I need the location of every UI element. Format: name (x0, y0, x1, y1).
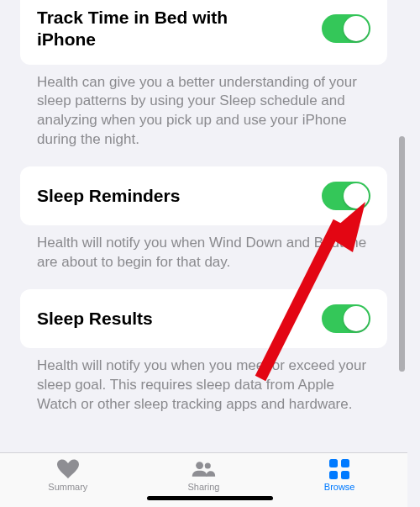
svg-rect-3 (341, 459, 349, 467)
settings-scroll-area[interactable]: Track Time in Bed with iPhone Health can… (0, 0, 407, 452)
svg-point-0 (197, 462, 204, 469)
tab-sharing-label: Sharing (188, 482, 220, 492)
track-time-in-bed-row: Track Time in Bed with iPhone (20, 0, 387, 65)
sleep-results-toggle[interactable] (322, 304, 370, 333)
heart-icon (55, 458, 81, 480)
sleep-results-row: Sleep Results (20, 289, 387, 348)
svg-rect-4 (329, 471, 338, 479)
track-time-title: Track Time in Bed with iPhone (37, 7, 272, 51)
toggle-knob (344, 16, 369, 41)
tab-browse[interactable]: Browse (297, 458, 381, 492)
track-time-description: Health can give you a better understandi… (20, 65, 387, 151)
grid-icon (327, 458, 352, 480)
people-icon (191, 458, 216, 480)
scrollbar[interactable] (399, 2, 405, 447)
svg-rect-5 (341, 471, 349, 479)
scrollbar-thumb[interactable] (399, 136, 405, 372)
tab-browse-label: Browse (324, 482, 355, 492)
sleep-results-description: Health will notify you when you meet or … (20, 348, 387, 415)
toggle-knob (344, 183, 369, 209)
home-indicator[interactable] (147, 496, 273, 500)
sleep-reminders-toggle[interactable] (322, 182, 370, 210)
tab-summary-label: Summary (48, 482, 87, 492)
sleep-results-title: Sleep Results (37, 308, 153, 330)
sleep-reminders-description: Health will notify you when Wind Down an… (20, 225, 387, 272)
sleep-reminders-row: Sleep Reminders (20, 166, 387, 225)
tab-summary[interactable]: Summary (26, 458, 110, 492)
svg-rect-2 (329, 459, 338, 467)
toggle-knob (344, 306, 369, 331)
sleep-reminders-title: Sleep Reminders (37, 185, 180, 207)
svg-point-1 (205, 463, 211, 469)
tab-sharing[interactable]: Sharing (161, 458, 245, 492)
track-time-toggle[interactable] (322, 14, 370, 43)
